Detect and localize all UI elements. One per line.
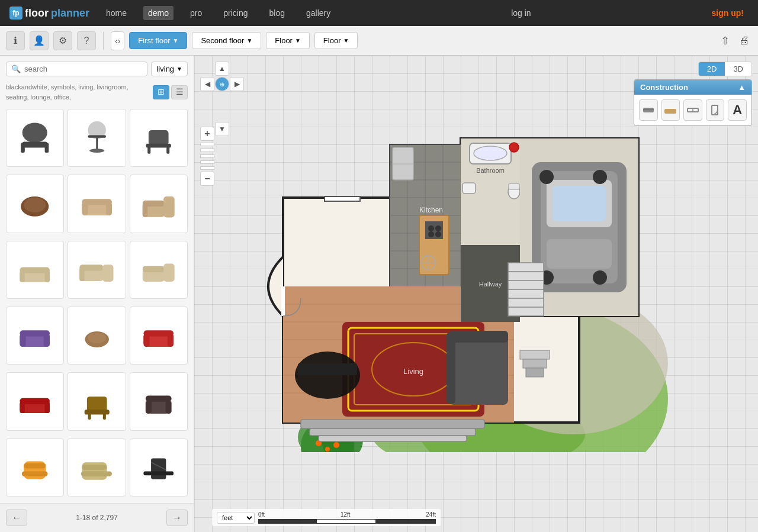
pan-left-button[interactable]: ◀ (200, 77, 214, 91)
nav-home[interactable]: home (101, 6, 131, 20)
zoom-tick-4 (200, 160, 214, 164)
mode-3d-button[interactable]: 3D (725, 62, 751, 76)
nav-pro[interactable]: pro (185, 6, 207, 20)
floor-tab-first[interactable]: First floor ▼ (129, 32, 187, 49)
nav-gallery[interactable]: gallery (301, 6, 335, 20)
share-icon[interactable]: ⇧ (718, 32, 732, 50)
furniture-item-15[interactable] (6, 439, 64, 496)
svg-rect-36 (44, 334, 50, 347)
ruler-bar (258, 519, 436, 524)
floor-tab-4[interactable]: Floor ▼ (314, 32, 358, 49)
svg-rect-50 (103, 414, 106, 420)
scale-label-0: 0ft (258, 511, 265, 518)
furniture-item-16[interactable] (68, 439, 126, 496)
svg-rect-1 (23, 142, 47, 148)
floor-tab-second[interactable]: Second floor ▼ (192, 32, 261, 49)
sidebar: 🔍 living ▼ blackandwhite, symbols, livin… (0, 56, 194, 532)
furniture-item-9[interactable] (6, 307, 64, 365)
settings-icon[interactable]: ⚙ (53, 31, 72, 50)
svg-rect-161 (319, 436, 467, 441)
svg-rect-35 (20, 334, 26, 347)
signup-link[interactable]: sign up! (707, 6, 749, 20)
logo[interactable]: fp floor planner (9, 7, 89, 20)
furniture-item-7[interactable] (68, 241, 126, 299)
furniture-item-12[interactable] (6, 372, 64, 430)
svg-rect-28 (102, 265, 114, 282)
floor-tool[interactable] (661, 99, 680, 121)
user-icon[interactable]: 👤 (30, 31, 49, 50)
zoom-out-button[interactable]: − (200, 172, 214, 186)
zoom-tick-3 (200, 154, 214, 158)
door-tool[interactable] (706, 99, 725, 121)
window-tool[interactable] (683, 99, 702, 121)
furniture-item-13[interactable] (68, 372, 126, 430)
list-view-btn[interactable]: ☰ (171, 85, 188, 99)
svg-rect-64 (643, 108, 654, 112)
scale-ruler: 0ft 12ft 24ft (258, 511, 436, 524)
floorplan-svg[interactable]: Bathroom Garage (224, 67, 686, 452)
zoom-tick-2 (200, 149, 214, 152)
prev-page-button[interactable]: ← (6, 510, 27, 526)
print-icon[interactable]: 🖨 (737, 32, 752, 49)
svg-rect-164 (526, 368, 544, 377)
construction-title: Construction (640, 83, 688, 92)
svg-rect-162 (520, 350, 550, 359)
canvas-area[interactable]: ▲ ◀ ⊕ ▶ ▼ + − 2D 3D Construction (194, 56, 758, 532)
info-icon[interactable]: ℹ (6, 31, 25, 50)
nav-pricing[interactable]: pricing (219, 6, 252, 20)
furniture-item-5[interactable] (130, 175, 188, 233)
category-dropdown[interactable]: living ▼ (151, 62, 188, 76)
wall-tool[interactable] (639, 99, 658, 121)
svg-rect-2 (21, 143, 25, 153)
pan-down-button[interactable]: ▼ (215, 122, 229, 136)
furniture-item-0[interactable] (6, 109, 64, 167)
nav-blog[interactable]: blog (265, 6, 290, 20)
furniture-item-4[interactable] (68, 175, 126, 233)
main-area: 🔍 living ▼ blackandwhite, symbols, livin… (0, 56, 758, 532)
floor-tab-3[interactable]: Floor ▼ (266, 32, 310, 49)
svg-rect-163 (523, 359, 547, 368)
svg-point-114 (593, 170, 607, 184)
furniture-grid (0, 107, 194, 503)
svg-rect-8 (149, 131, 169, 146)
svg-point-121 (435, 225, 441, 231)
scale-label-1: 12ft (341, 511, 351, 518)
search-input[interactable] (24, 65, 142, 73)
furniture-item-17[interactable] (130, 439, 188, 496)
svg-rect-49 (88, 414, 91, 420)
text-tool[interactable]: A (728, 99, 747, 121)
pan-center-button[interactable]: ⊕ (215, 77, 229, 91)
svg-rect-56 (22, 472, 48, 476)
zoom-in-button[interactable]: + (200, 127, 214, 141)
help-icon[interactable]: ? (77, 31, 96, 50)
search-input-wrap[interactable]: 🔍 (6, 62, 147, 76)
pan-right-button[interactable]: ▶ (230, 77, 244, 91)
nav-demo[interactable]: demo (143, 6, 174, 20)
furniture-item-2[interactable] (130, 109, 188, 167)
furniture-item-3[interactable] (6, 175, 64, 233)
svg-rect-112 (547, 239, 612, 269)
svg-point-106 (509, 143, 519, 152)
furniture-item-11[interactable] (130, 307, 188, 365)
furniture-item-10[interactable] (68, 307, 126, 365)
svg-rect-21 (143, 203, 147, 217)
scale-bar: feet meters 0ft 12ft 24ft (212, 509, 441, 526)
construction-collapse[interactable]: ▲ (738, 83, 746, 92)
nav-arrows[interactable]: ‹› (111, 31, 124, 50)
unit-select[interactable]: feet meters (217, 512, 255, 524)
furniture-item-1[interactable] (68, 109, 126, 167)
svg-point-38 (88, 333, 105, 344)
login-link[interactable]: log in (506, 6, 535, 20)
mode-2d-button[interactable]: 2D (699, 62, 725, 76)
grid-view-btn[interactable]: ⊞ (153, 85, 169, 99)
furniture-item-8[interactable] (130, 241, 188, 299)
svg-point-157 (333, 442, 339, 448)
svg-point-7 (89, 149, 104, 153)
next-page-button[interactable]: → (166, 510, 188, 526)
svg-point-156 (325, 447, 330, 452)
logo-suffix: planner (51, 7, 89, 20)
pan-up-button[interactable]: ▲ (215, 62, 229, 76)
furniture-item-14[interactable] (130, 372, 188, 430)
svg-text:Hallway: Hallway (479, 280, 502, 288)
furniture-item-6[interactable] (6, 241, 64, 299)
